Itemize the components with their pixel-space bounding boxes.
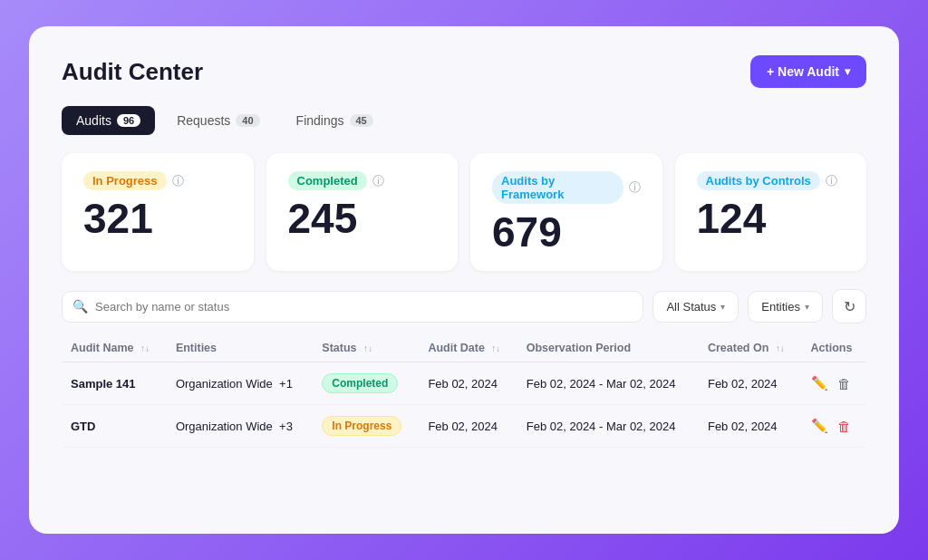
stat-in-progress-info-icon[interactable]: ⓘ [172,173,184,189]
row-actions: ✏️ 🗑 [802,362,866,405]
tab-bar: Audits 96 Requests 40 Findings 45 [62,106,866,135]
stat-completed: Completed ⓘ 245 [266,153,459,271]
new-audit-button[interactable]: + New Audit ▾ [750,55,866,88]
stat-completed-label-row: Completed ⓘ [288,171,437,190]
table-row: Sample 141 Organization Wide +1 Complete… [62,362,866,405]
stats-row: In Progress ⓘ 321 Completed ⓘ 245 Audits… [62,153,866,271]
row-audit-date: Feb 02, 2024 [419,405,517,448]
status-filter-label: All Status [666,300,716,314]
row-observation-period: Feb 02, 2024 - Mar 02, 2024 [517,405,699,448]
col-observation-period: Observation Period [517,334,699,362]
stat-controls: Audits by Controls ⓘ 124 [675,153,867,271]
sort-icon: ↑↓ [363,343,372,353]
search-icon: 🔍 [72,299,88,314]
delete-icon[interactable]: 🗑 [837,376,851,391]
status-filter-button[interactable]: All Status ▾ [652,291,739,323]
row-audit-name: Sample 141 [62,362,167,405]
row-status: In Progress [313,405,419,448]
stat-in-progress-label: In Progress [83,171,167,190]
chevron-down-icon: ▾ [845,65,850,78]
new-audit-label: + New Audit [767,64,839,79]
refresh-button[interactable]: ↻ [832,289,866,323]
stat-completed-info-icon[interactable]: ⓘ [372,173,384,189]
row-entities: Organization Wide +1 [167,362,313,405]
stat-in-progress-label-row: In Progress ⓘ [83,171,232,190]
status-badge: Completed [322,373,398,393]
tab-requests-count: 40 [236,114,259,127]
table-row: GTD Organization Wide +3 In Progress Feb… [62,405,866,448]
row-entities: Organization Wide +3 [167,405,313,448]
col-actions: Actions [802,334,866,362]
entities-filter-button[interactable]: Entities ▾ [748,291,823,323]
tab-findings[interactable]: Findings 45 [282,106,388,135]
table-header-row: Audit Name ↑↓ Entities Status ↑↓ Audit D… [62,334,866,362]
edit-icon[interactable]: ✏️ [811,418,828,434]
page-title: Audit Center [62,58,203,86]
row-created-on: Feb 02, 2024 [699,362,802,405]
search-input[interactable] [62,291,643,323]
status-badge: In Progress [322,416,401,436]
row-observation-period: Feb 02, 2024 - Mar 02, 2024 [517,362,699,405]
tab-findings-label: Findings [296,113,344,128]
row-actions: ✏️ 🗑 [802,405,866,448]
row-status: Completed [313,362,419,405]
search-filter-row: 🔍 All Status ▾ Entities ▾ ↻ [62,289,866,323]
delete-icon[interactable]: 🗑 [837,419,851,434]
col-audit-name: Audit Name ↑↓ [62,334,167,362]
tab-audits-count: 96 [117,114,140,127]
stat-controls-value: 124 [697,198,846,239]
refresh-icon: ↻ [844,298,856,315]
row-audit-name: GTD [62,405,167,448]
tab-audits[interactable]: Audits 96 [62,106,155,135]
stat-framework-label: Audits by Framework [492,171,624,204]
stat-controls-info-icon[interactable]: ⓘ [826,173,837,189]
sort-icon: ↑↓ [140,343,150,353]
col-entities: Entities [167,334,313,362]
tab-requests[interactable]: Requests 40 [162,106,274,135]
search-wrapper: 🔍 [62,291,643,323]
stat-completed-value: 245 [288,198,437,239]
row-created-on: Feb 02, 2024 [699,405,802,448]
main-card: Audit Center + New Audit ▾ Audits 96 Req… [29,26,899,534]
stat-framework-label-row: Audits by Framework ⓘ [492,171,641,204]
stat-in-progress: In Progress ⓘ 321 [62,153,254,271]
col-created-on: Created On ↑↓ [699,334,802,362]
entities-filter-label: Entities [761,300,800,314]
chevron-down-icon: ▾ [720,302,725,312]
sort-icon: ↑↓ [491,343,500,353]
col-status: Status ↑↓ [313,334,419,362]
page-header: Audit Center + New Audit ▾ [62,55,866,88]
stat-controls-label-row: Audits by Controls ⓘ [697,171,846,190]
audits-table: Audit Name ↑↓ Entities Status ↑↓ Audit D… [62,334,866,448]
stat-framework: Audits by Framework ⓘ 679 [470,153,662,271]
edit-icon[interactable]: ✏️ [811,375,828,391]
chevron-down-icon: ▾ [805,302,809,312]
stat-controls-label: Audits by Controls [697,171,820,190]
stat-in-progress-value: 321 [83,198,232,239]
tab-requests-label: Requests [177,113,230,128]
col-audit-date: Audit Date ↑↓ [419,334,517,362]
sort-icon: ↑↓ [776,343,785,353]
table-section: 🔍 All Status ▾ Entities ▾ ↻ Audit Name ↑… [62,289,866,505]
stat-framework-info-icon[interactable]: ⓘ [629,179,641,196]
tab-findings-count: 45 [350,114,373,127]
stat-framework-value: 679 [492,211,641,253]
row-audit-date: Feb 02, 2024 [419,362,517,405]
tab-audits-label: Audits [76,113,111,128]
stat-completed-label: Completed [288,171,367,190]
